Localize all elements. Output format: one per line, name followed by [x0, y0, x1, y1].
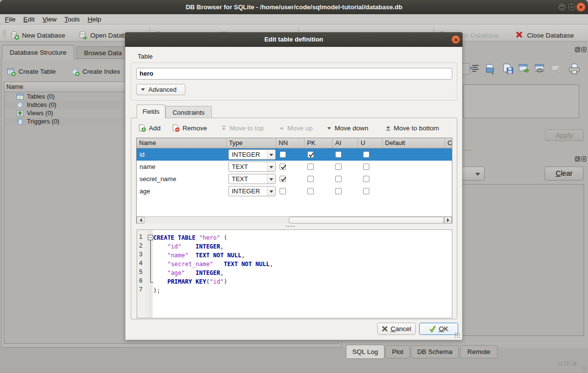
move-to-top-button[interactable]: Move to top: [221, 124, 264, 132]
checkbox-u[interactable]: [363, 151, 369, 158]
fields-grid: Name Type NN PK AI U Default Check idINT…: [136, 138, 452, 224]
new-database-button[interactable]: New Database: [10, 28, 65, 42]
checkbox-pk[interactable]: [307, 151, 314, 158]
minimize-button[interactable]: [557, 2, 567, 12]
dialog-title-bar[interactable]: Edit table definition: [125, 32, 463, 47]
checkbox-nn[interactable]: [280, 151, 286, 158]
combo-dropdown-button[interactable]: [267, 150, 275, 159]
scroll-left-button[interactable]: [137, 217, 144, 224]
checkbox-nn[interactable]: [280, 176, 286, 182]
col-nn[interactable]: NN: [276, 138, 304, 148]
dock-splitter-handle[interactable]: [462, 149, 472, 151]
cell-print-icon[interactable]: [568, 63, 580, 76]
field-type-combobox[interactable]: TEXT: [228, 174, 276, 184]
remove-field-button[interactable]: Remove: [172, 124, 207, 132]
col-pk[interactable]: PK: [304, 138, 333, 148]
toolbar-drag-handle[interactable]: [2, 30, 7, 37]
table-name-input[interactable]: hero: [136, 68, 452, 80]
col-u[interactable]: U: [358, 138, 383, 148]
col-ai[interactable]: AI: [333, 138, 358, 148]
field-row-secret_name[interactable]: secret_nameTEXT: [137, 173, 452, 185]
cell-apply-icon[interactable]: [518, 63, 530, 76]
cell-null-icon[interactable]: [551, 64, 563, 75]
cell-mode-icon[interactable]: [470, 63, 481, 76]
cell-export-icon[interactable]: [502, 63, 514, 76]
tab-remote[interactable]: Remote: [460, 345, 498, 358]
checkbox-ai[interactable]: [335, 151, 342, 158]
dialog-close-button[interactable]: [451, 35, 460, 44]
dock-close-button[interactable]: [581, 46, 587, 52]
field-type-combobox[interactable]: TEXT: [228, 162, 276, 172]
fold-marker[interactable]: [148, 235, 153, 240]
field-type-combobox[interactable]: INTEGER: [228, 149, 276, 160]
create-index-button[interactable]: Create Index: [71, 65, 120, 78]
cancel-button[interactable]: Cancel: [377, 323, 416, 335]
field-type-combobox[interactable]: INTEGER: [228, 186, 276, 196]
combo-dropdown-button[interactable]: [267, 162, 275, 171]
log-dock-close-button[interactable]: [581, 156, 587, 161]
move-up-button[interactable]: Move up: [279, 124, 313, 132]
sql-preview[interactable]: 1234567CREATE TABLE "hero" ( "id" INTEGE…: [137, 229, 452, 318]
dock-float-button[interactable]: [575, 46, 580, 52]
tab-db-schema-label: DB Schema: [417, 348, 452, 355]
checkbox-pk[interactable]: [307, 164, 314, 170]
tab-fields[interactable]: Fields: [137, 104, 165, 118]
field-row-id[interactable]: idINTEGER: [137, 148, 452, 161]
checkbox-ai[interactable]: [335, 176, 342, 182]
menu-edit[interactable]: Edit: [20, 16, 39, 23]
tab-plot[interactable]: Plot: [385, 345, 410, 358]
col-check[interactable]: Check: [445, 138, 452, 148]
move-to-bottom-button[interactable]: Move to bottom: [385, 124, 439, 132]
checkbox-nn[interactable]: [280, 188, 286, 194]
checkbox-u[interactable]: [363, 176, 369, 182]
tab-browse-data[interactable]: Browse Data: [76, 46, 130, 59]
tab-database-structure[interactable]: Database Structure: [2, 45, 74, 59]
window-resize-grip[interactable]: [581, 366, 587, 372]
checkbox-ai[interactable]: [335, 164, 342, 170]
grid-hscrollbar[interactable]: [137, 216, 452, 224]
field-row-age[interactable]: ageINTEGER: [137, 185, 452, 197]
field-row-name[interactable]: nameTEXT: [137, 161, 452, 173]
line-number: 3: [139, 251, 146, 258]
close-database-button[interactable]: Close Database: [515, 28, 574, 42]
checkbox-u[interactable]: [363, 164, 369, 170]
create-table-button[interactable]: Create Table: [7, 65, 56, 78]
log-dock-float-button[interactable]: [575, 156, 580, 161]
close-window-button[interactable]: [576, 2, 586, 12]
add-label: Add: [149, 124, 161, 132]
apply-button[interactable]: Apply: [545, 129, 584, 141]
move-down-label: Move down: [335, 124, 368, 132]
checkbox-ai[interactable]: [335, 188, 342, 194]
checkbox-u[interactable]: [363, 188, 369, 194]
scrollbar-thumb[interactable]: [289, 217, 444, 224]
combo-dropdown-button[interactable]: [267, 174, 275, 184]
dialog-resize-grip[interactable]: [454, 332, 460, 338]
add-field-button[interactable]: Add: [138, 124, 161, 132]
menu-file[interactable]: File: [1, 16, 20, 23]
fold-line-end: [150, 282, 153, 283]
menu-tools[interactable]: Tools: [61, 16, 84, 23]
checkbox-nn[interactable]: [280, 164, 286, 170]
col-default[interactable]: Default: [383, 138, 445, 148]
cell-link-icon[interactable]: [534, 63, 546, 76]
tab-sql-log[interactable]: SQL Log: [346, 345, 385, 359]
tab-db-schema[interactable]: DB Schema: [411, 345, 459, 358]
fields-toolbar: Add Remove Move to top Move up: [138, 122, 439, 134]
dialog-splitter-handle[interactable]: [285, 226, 295, 227]
menu-view[interactable]: View: [39, 16, 61, 23]
tab-constraints[interactable]: Constraints: [165, 106, 212, 118]
cell-import-icon[interactable]: [485, 63, 496, 77]
col-name[interactable]: Name: [137, 138, 226, 148]
clear-button[interactable]: Clear: [545, 166, 584, 181]
combo-dropdown-button[interactable]: [267, 186, 275, 196]
ok-button[interactable]: OK: [419, 323, 458, 335]
move-down-button[interactable]: Move down: [326, 124, 368, 132]
menu-help[interactable]: Help: [84, 16, 105, 23]
advanced-button[interactable]: Advanced: [136, 84, 185, 95]
col-type[interactable]: Type: [226, 138, 276, 148]
checkbox-pk[interactable]: [307, 188, 314, 194]
checkbox-pk[interactable]: [307, 176, 314, 182]
cell-editor-textarea[interactable]: [463, 84, 579, 118]
scroll-right-button[interactable]: [444, 217, 452, 224]
maximize-button[interactable]: [567, 2, 576, 12]
